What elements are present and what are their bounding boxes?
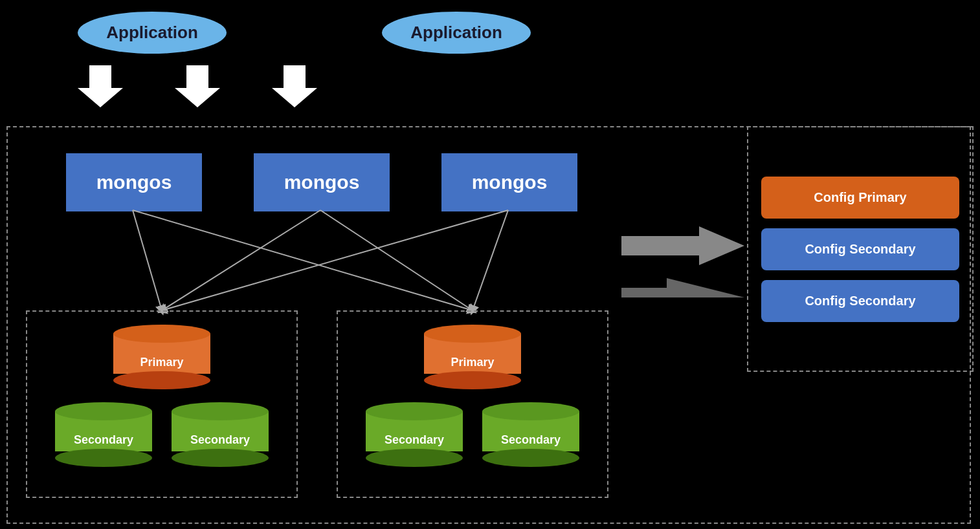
config-secondary-1: Config Secondary bbox=[761, 228, 959, 270]
app-label-2: Application bbox=[410, 23, 502, 43]
down-arrow-3 bbox=[272, 65, 317, 107]
shard2-secondary-1: Secondary bbox=[366, 402, 463, 467]
shard1-primary: Primary bbox=[113, 325, 210, 389]
right-arrow bbox=[621, 278, 744, 297]
app-ellipses: Application Application bbox=[0, 0, 531, 54]
config-secondary-2: Config Secondary bbox=[761, 280, 959, 322]
down-arrow-1 bbox=[78, 65, 123, 107]
shard2-secondaries: Secondary Secondary bbox=[366, 402, 579, 467]
svg-marker-1 bbox=[175, 65, 220, 107]
config-box: Config Primary Config Secondary Config S… bbox=[747, 126, 974, 372]
svg-marker-11 bbox=[621, 226, 744, 265]
down-arrow-2 bbox=[175, 65, 220, 107]
top-arrows-row bbox=[0, 54, 317, 107]
top-section: Application Application bbox=[0, 0, 583, 126]
app-label-1: Application bbox=[106, 23, 198, 43]
shard2-secondary-2: Secondary bbox=[482, 402, 579, 467]
svg-marker-0 bbox=[78, 65, 123, 107]
application-ellipse-1: Application bbox=[78, 12, 227, 54]
shard-box-2: Primary Secondary Secondary bbox=[337, 310, 608, 498]
config-primary-label: Config Primary bbox=[814, 190, 906, 205]
svg-marker-2 bbox=[272, 65, 317, 107]
config-primary: Config Primary bbox=[761, 177, 959, 219]
shard1-secondary-2: Secondary bbox=[172, 402, 269, 467]
shards-area: Primary Secondary Secondary Primary bbox=[6, 126, 628, 498]
shard1-secondaries: Secondary Secondary bbox=[55, 402, 269, 467]
application-ellipse-2: Application bbox=[382, 12, 531, 54]
horiz-arrows-svg bbox=[621, 220, 744, 297]
shard1-secondary-1: Secondary bbox=[55, 402, 152, 467]
svg-marker-12 bbox=[621, 278, 744, 297]
config-secondary-1-label: Config Secondary bbox=[805, 242, 915, 257]
shard2-primary: Primary bbox=[424, 325, 521, 389]
shard-box-1: Primary Secondary Secondary bbox=[26, 310, 298, 498]
config-secondary-2-label: Config Secondary bbox=[805, 294, 915, 308]
left-arrow bbox=[621, 226, 744, 268]
